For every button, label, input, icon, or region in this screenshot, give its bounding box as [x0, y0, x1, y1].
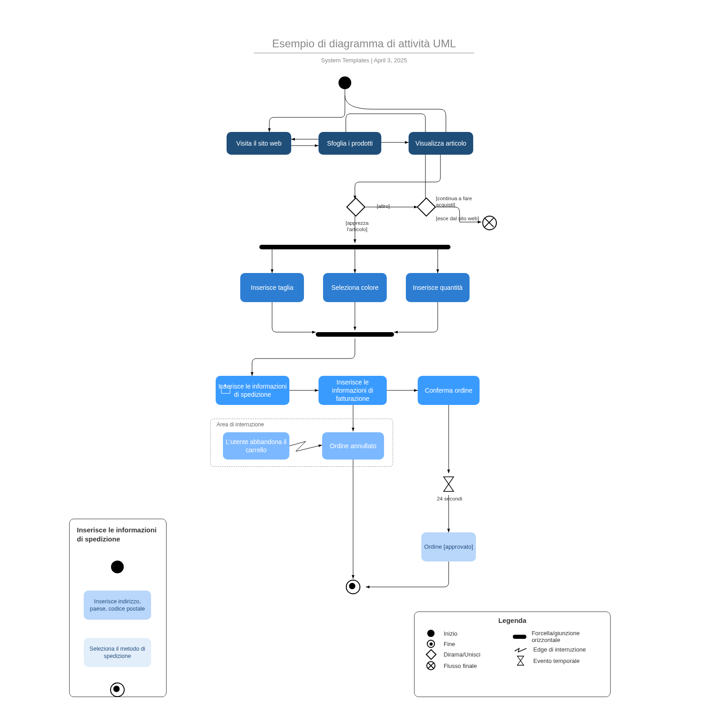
end-node: [346, 580, 360, 594]
decision-like-item: [346, 197, 365, 217]
activity-confirm-order: Conferma ordine: [418, 376, 480, 405]
legend-label-flowfinal: Flusso finale: [444, 662, 477, 669]
title-block: Esempio di diagramma di attività UML Sys…: [0, 37, 728, 64]
interrupt-region-label: Area di interruzione: [217, 421, 264, 428]
legend-label-time: Evento temporale: [533, 657, 580, 664]
guard-leave: [esce dal sito web]: [436, 216, 481, 222]
legend-row-interrupt: Edge di interruzione: [512, 646, 602, 653]
activity-browse-products: Sfoglia i prodotti: [318, 132, 381, 155]
legend-row-branch: Dirama/Unisci: [423, 651, 512, 658]
decision-continue-or-leave: [417, 197, 436, 217]
diagram-title: Esempio di diagramma di attività UML: [254, 37, 474, 53]
legend-label-interrupt: Edge di interruzione: [533, 646, 586, 653]
activity-order-approved: Ordine [approvato]: [421, 532, 476, 561]
activity-order-cancelled: Ordine annullato: [322, 432, 384, 460]
activity-enter-qty: Inserisce quantità: [406, 273, 470, 302]
subactivity-icon: [221, 387, 230, 394]
legend-row-time: Evento temporale: [512, 656, 602, 666]
legend-row-fork: Forcella/giunzione orizzontale: [512, 630, 602, 643]
legend-label-fork: Forcella/giunzione orizzontale: [531, 630, 602, 643]
guard-other: [altro]: [377, 203, 390, 210]
legend-row-flowfinal: Flusso finale: [423, 661, 512, 670]
activity-enter-billing: Inserisce le informazioni di fatturazion…: [318, 376, 387, 405]
legend-title: Legenda: [415, 612, 610, 627]
fork-bar: [259, 245, 450, 249]
sub-start-node: [111, 561, 124, 573]
sub-end-node: [110, 682, 125, 697]
start-node: [339, 76, 351, 89]
sub-activity-method: Seleziona il metodo di spedizione: [84, 638, 151, 667]
legend-panel: Legenda Inizio Fine Dirama/Unisci Flusso…: [414, 612, 611, 697]
legend-row-start: Inizio: [423, 630, 512, 637]
legend-label-branch: Dirama/Unisci: [444, 651, 480, 658]
timer-label: 24 secondi: [431, 496, 468, 502]
subactivity-title: Inserisce le informazioni di spedizione: [70, 519, 166, 546]
activity-user-abandons: L'utente abbandona il carrello: [223, 432, 289, 460]
activity-enter-size: Inserisce taglia: [240, 273, 304, 302]
diagram-canvas: { "header": { "title": "Esempio di diagr…: [0, 0, 728, 728]
activity-visit-site: Visita il sito web: [227, 132, 291, 155]
activity-select-color: Seleziona colore: [323, 273, 387, 302]
sub-activity-address: Inserisce indirizzo, paese, codice posta…: [84, 591, 151, 620]
activity-view-item: Visualizza articolo: [409, 132, 473, 155]
legend-label-end: Fine: [444, 641, 455, 647]
join-bar: [316, 332, 394, 337]
legend-label-start: Inizio: [444, 630, 457, 637]
legend-row-end: Fine: [423, 640, 512, 648]
guard-likes: [apprezza l'articolo]: [337, 220, 378, 233]
diagram-subtitle: System Templates | April 3, 2025: [0, 57, 728, 64]
flow-final-node: [482, 216, 497, 230]
time-event-icon: [443, 476, 455, 492]
guard-keep-shopping: [continua a fare acquisti]: [436, 196, 486, 208]
